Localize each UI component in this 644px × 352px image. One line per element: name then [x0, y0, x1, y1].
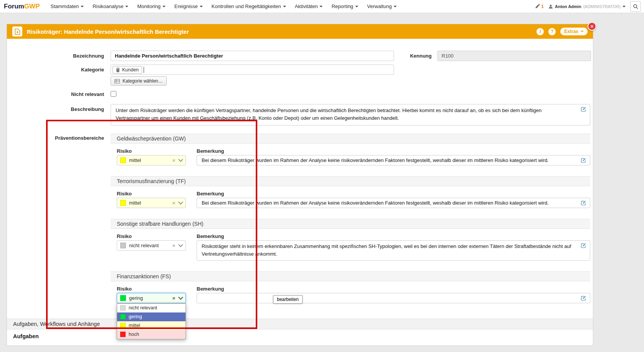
bemerkung-label: Bemerkung	[197, 191, 590, 197]
bemerkung-block: Bemerkung Bei diesem Risikoträger wurden…	[197, 148, 590, 165]
kategorie-waehlen-row: Kategorie wählen…	[111, 76, 593, 86]
aufgaben-workflows-anhaenge-header[interactable]: Aufgaben, Workflows und Anhänge	[7, 319, 593, 329]
edit-icon[interactable]	[581, 107, 586, 112]
risikotraeger-document-icon	[12, 26, 22, 36]
dropdown-option-hoch[interactable]: hoch	[117, 330, 185, 339]
bemerkung-label: Bemerkung	[197, 286, 590, 292]
menu-item-reporting[interactable]: Reporting	[331, 3, 358, 9]
bezeichnung-row: Bezeichnung Handelnde Person/wirtschaftl…	[7, 51, 593, 61]
risk-value: mittel	[129, 157, 172, 163]
user-name: Anton Admin	[555, 4, 581, 9]
praeventionsbereiche-sections: Geldwäscheprävention (GW) Risiko mittel …	[111, 134, 590, 307]
nicht-relevant-checkbox[interactable]	[111, 91, 116, 97]
bemerkung-value: Bei diesem Risikoträger wurden im Rahmen…	[202, 157, 549, 164]
clear-icon[interactable]: ×	[172, 295, 175, 301]
section-tf: Terrorismusfinanzierung (TF) Risiko mitt…	[111, 176, 590, 219]
bezeichnung-value: Handelnde Person/wirtschaftlich Berechti…	[115, 53, 223, 59]
edit-icon[interactable]	[581, 296, 586, 301]
edit-icon[interactable]	[581, 158, 586, 163]
risiko-select-gw[interactable]: mittel ×	[117, 155, 186, 165]
menu-item-aktivitaeten[interactable]: Aktivitäten	[295, 3, 323, 9]
dropdown-option-gering[interactable]: gering	[117, 312, 185, 321]
top-navbar: ForumGWP Stammdaten Risikoanalyse Monito…	[0, 0, 644, 13]
beschreibung-row: Beschreibung Unter dem Risikoträger werd…	[7, 104, 593, 126]
nicht-relevant-label: Nicht relevant	[7, 91, 104, 97]
kategorie-tag-kunden[interactable]: Kunden	[113, 66, 142, 74]
menu-item-kontrollen[interactable]: Kontrollen und Regeltätigkeiten	[212, 3, 286, 9]
user-menu[interactable]: Anton Admin (ADMINISTRATOR)	[548, 4, 626, 9]
aufgaben-subheader: Aufgaben	[7, 329, 593, 343]
chevron-down-icon[interactable]	[178, 200, 183, 205]
pencil-icon	[535, 4, 540, 9]
dropdown-option-mittel[interactable]: mittel	[117, 321, 185, 330]
beschreibung-textarea[interactable]: Unter dem Risikoträger werden die künfti…	[111, 104, 590, 126]
kategorie-input[interactable]: Kunden	[111, 64, 394, 75]
risiko-select-tf[interactable]: mittel ×	[117, 198, 186, 208]
chevron-down-icon[interactable]	[178, 242, 183, 247]
menu-item-monitoring[interactable]: Monitoring	[137, 3, 166, 9]
clear-icon[interactable]: ×	[172, 157, 175, 163]
praeventionsbereiche-label: Präventionsbereiche	[7, 134, 104, 141]
option-label: mittel	[129, 323, 140, 328]
kennung-label: Kennung	[409, 51, 432, 59]
chevron-down-icon[interactable]	[178, 157, 183, 162]
bemerkung-input-sh[interactable]: Risikoträger steht in keinem erkennbaren…	[197, 240, 590, 260]
risk-block: Risiko nicht relevant ×	[117, 233, 186, 260]
app-logo[interactable]: ForumGWP	[4, 3, 40, 10]
risk-color-swatch	[120, 157, 126, 163]
section-gw-title: Geldwäscheprävention (GW)	[111, 134, 590, 144]
kategorie-waehlen-label: Kategorie wählen…	[123, 78, 163, 84]
section-sh-title: Sonstige strafbare Handlungen (SH)	[111, 219, 590, 229]
info-icon: i	[540, 29, 541, 34]
bezeichnung-input[interactable]: Handelnde Person/wirtschaftlich Berechti…	[111, 51, 394, 61]
risiko-label: Risiko	[117, 148, 186, 154]
bemerkung-input-gw[interactable]: Bei diesem Risikoträger wurden im Rahmen…	[197, 155, 590, 165]
search-button[interactable]	[630, 1, 641, 12]
risk-color-swatch	[120, 332, 126, 337]
extras-button[interactable]: Extras	[560, 28, 588, 35]
section-sh: Sonstige strafbare Handlungen (SH) Risik…	[111, 219, 590, 271]
menu-item-verwaltung[interactable]: Verwaltung	[367, 3, 397, 9]
pending-edits-indicator[interactable]: 1	[535, 4, 544, 9]
chevron-down-icon[interactable]	[178, 295, 183, 300]
kategorie-waehlen-button[interactable]: Kategorie wählen…	[111, 76, 167, 86]
info-button[interactable]: i	[536, 28, 544, 35]
page-title: Risikoträger: Handelnde Person/wirtschaf…	[27, 28, 532, 35]
edit-icon[interactable]	[581, 243, 586, 248]
trash-icon[interactable]	[116, 68, 120, 72]
risk-block: Risiko gering × nicht relevant	[117, 286, 186, 303]
bemerkung-label: Bemerkung	[197, 148, 590, 154]
menu-item-ereignisse[interactable]: Ereignisse	[174, 3, 203, 9]
risiko-select-fs[interactable]: gering ×	[117, 293, 186, 303]
risk-color-swatch	[120, 200, 126, 206]
help-icon: ?	[551, 29, 553, 34]
main-menu: Stammdaten Risikoanalyse Monitoring Erei…	[51, 3, 397, 9]
risiko-label: Risiko	[117, 233, 186, 240]
menu-item-risikoanalyse[interactable]: Risikoanalyse	[93, 3, 128, 9]
clear-icon[interactable]: ×	[172, 243, 175, 248]
clear-icon[interactable]: ×	[172, 200, 175, 206]
user-icon	[548, 4, 553, 9]
risk-block: Risiko mittel ×	[117, 148, 186, 165]
section-title: Aufgaben, Workflows und Anhänge	[13, 321, 100, 327]
chevron-down-icon	[355, 6, 358, 7]
bearbeiten-tooltip[interactable]: bearbeiten	[273, 295, 303, 304]
bemerkung-label: Bemerkung	[197, 233, 590, 240]
risk-color-swatch	[120, 295, 126, 301]
bemerkung-value: Risikoträger steht in keinem erkennbaren…	[202, 243, 571, 257]
close-button[interactable]: ×	[588, 22, 596, 31]
option-label: nicht relevant	[129, 305, 157, 311]
bemerkung-input-fs[interactable]	[197, 293, 590, 303]
menu-label: Verwaltung	[367, 3, 392, 9]
risk-color-swatch	[120, 323, 126, 328]
kategorie-label: Kategorie	[7, 64, 104, 73]
bemerkung-input-tf[interactable]: Bei diesem Risikoträger wurden im Rahmen…	[197, 198, 590, 208]
dropdown-option-nicht-relevant[interactable]: nicht relevant	[117, 304, 185, 312]
risk-color-swatch	[120, 243, 126, 248]
navbar-right: 1 Anton Admin (ADMINISTRATOR)	[535, 1, 641, 12]
risiko-select-sh[interactable]: nicht relevant ×	[117, 240, 186, 251]
panel-header: Risikoträger: Handelnde Person/wirtschaf…	[7, 24, 593, 39]
help-button[interactable]: ?	[548, 28, 556, 35]
edit-icon[interactable]	[581, 200, 586, 206]
menu-item-stammdaten[interactable]: Stammdaten	[51, 3, 84, 9]
